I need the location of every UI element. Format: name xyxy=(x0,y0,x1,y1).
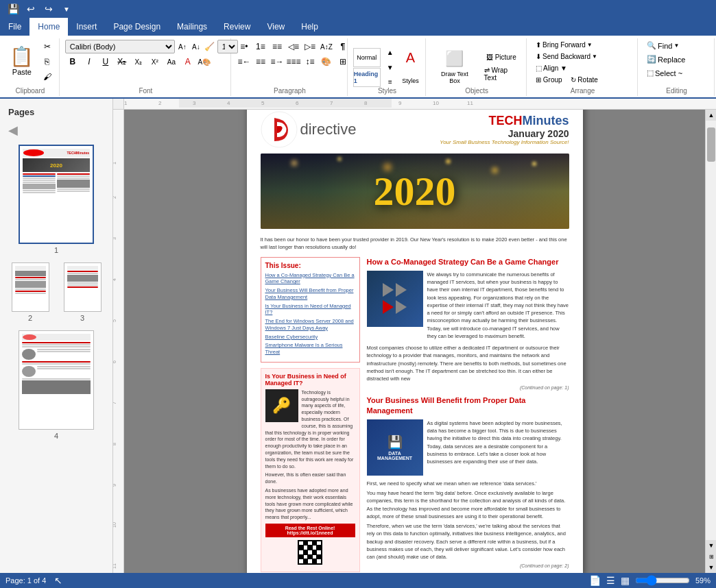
arrow-grey-3 xyxy=(396,300,407,314)
page-thumb-2[interactable]: 2 xyxy=(5,262,55,322)
collapse-pages-button[interactable]: ◀ xyxy=(3,123,110,140)
paragraph-group: ≡• 1≡ ≡≡ ◁≡ ▷≡ A↕Z ¶ ≡← ≡≡ ≡→ ≡≡≡ ↕≡ 🎨 ⊞… xyxy=(232,38,348,96)
replace-button[interactable]: 🔄 Replace xyxy=(643,53,689,65)
change-case-button[interactable]: Aa xyxy=(164,55,179,69)
font-size-decrease[interactable]: A↓ xyxy=(190,40,202,53)
cut-button[interactable]: ✂ xyxy=(40,40,55,53)
align-left-button[interactable]: ≡← xyxy=(237,55,252,69)
picture-button[interactable]: 🖼 Picture xyxy=(481,51,522,63)
align-label: Align ▼ xyxy=(543,64,567,72)
styles-scroll-up[interactable]: ▲ xyxy=(387,49,394,56)
bring-forward-arrow[interactable]: ▼ xyxy=(587,42,593,48)
justify-button[interactable]: ≡≡≡ xyxy=(286,55,301,69)
line-spacing-button[interactable]: ↕≡ xyxy=(302,55,318,69)
paste-button[interactable]: 📋 Paste xyxy=(5,40,38,81)
issue-item-2[interactable]: Your Business Will Benefit from Proper D… xyxy=(265,287,355,301)
redo-button[interactable]: ↪ xyxy=(41,1,56,16)
read-rest-button[interactable]: Read the Rest Online! https://dtt.io/1nn… xyxy=(265,524,355,537)
tab-help[interactable]: Help xyxy=(293,18,326,36)
send-backward-arrow[interactable]: ▼ xyxy=(592,53,597,60)
page-thumb-4[interactable]: 4 xyxy=(3,330,110,440)
draw-text-box-button[interactable]: ⬜ Draw Text Box xyxy=(431,47,477,88)
bullets-button[interactable]: ≡• xyxy=(237,40,252,53)
svg-text:9: 9 xyxy=(113,484,117,487)
view-list-button[interactable]: ☰ xyxy=(606,575,615,586)
save-button[interactable]: 💾 xyxy=(5,1,21,16)
undo-button[interactable]: ↩ xyxy=(23,1,38,16)
styles-button[interactable]: A Styles xyxy=(400,47,421,88)
issue-item-6[interactable]: Smartphone Malware Is a Serious Threat xyxy=(265,342,355,356)
font-size-increase[interactable]: A↑ xyxy=(176,40,189,53)
show-hide-button[interactable]: ¶ xyxy=(335,40,350,53)
scroll-up-button[interactable]: ▲ xyxy=(706,110,716,121)
styles-expand[interactable]: ≡ xyxy=(388,78,392,86)
scroll-thumb[interactable] xyxy=(707,127,715,162)
subscript-button[interactable]: X₂ xyxy=(131,55,146,69)
zoom-slider[interactable] xyxy=(635,575,690,586)
sort-button[interactable]: A↕Z xyxy=(319,40,334,53)
issue-item-1[interactable]: How a Co-Managed Strategy Can Be a Game … xyxy=(265,272,355,286)
issue-item-4[interactable]: The End for Windows Server 2008 and Wind… xyxy=(265,318,355,332)
style-heading1[interactable]: Heading 1 xyxy=(353,68,381,87)
scroll-extra-button[interactable]: ▼ xyxy=(706,562,716,573)
send-backward-icon: ⬇ xyxy=(536,53,541,60)
multilevel-list-button[interactable]: ≡≡ xyxy=(270,40,285,53)
svg-text:5: 5 xyxy=(113,319,117,322)
tab-mailings[interactable]: Mailings xyxy=(169,18,215,36)
strikethrough-button[interactable]: X₂ xyxy=(115,55,130,69)
tab-home[interactable]: Home xyxy=(29,18,68,36)
align-right-button[interactable]: ≡→ xyxy=(270,55,285,69)
style-normal[interactable]: Normal xyxy=(353,48,381,67)
issue-item-5[interactable]: Baseline Cybersecurity xyxy=(265,334,355,341)
page-thumb-1[interactable]: TECHMinutes 2020 xyxy=(3,145,110,254)
format-painter-button[interactable]: 🖌 xyxy=(40,70,55,84)
shading-button[interactable]: 🎨 xyxy=(319,55,334,69)
styles-more-button[interactable]: ▲ ▼ ≡ xyxy=(383,47,397,88)
tab-review[interactable]: Review xyxy=(215,18,259,36)
tab-view[interactable]: View xyxy=(259,18,293,36)
status-right: 📄 ☰ ▦ 59% xyxy=(589,575,711,586)
italic-button[interactable]: I xyxy=(82,55,97,69)
find-button[interactable]: 🔍 Find ▼ xyxy=(643,40,682,51)
bring-forward-button[interactable]: ⬆ Bring Forward ▼ xyxy=(532,40,596,50)
numbering-button[interactable]: 1≡ xyxy=(253,40,268,53)
customize-quick-access[interactable]: ▼ xyxy=(59,1,74,16)
tab-insert[interactable]: Insert xyxy=(68,18,105,36)
font-color-button[interactable]: A xyxy=(180,55,195,69)
clear-format-button[interactable]: 🧹 xyxy=(204,40,216,53)
group-button[interactable]: ⊞ Group xyxy=(532,75,566,85)
find-arrow[interactable]: ▼ xyxy=(673,42,679,49)
draw-text-box-icon: ⬜ xyxy=(445,50,464,68)
section2-block: 💾 DATAMANAGEMENT As digital systems have… xyxy=(367,419,569,476)
status-bar: Page: 1 of 4 ↖ 📄 ☰ ▦ 59% xyxy=(0,573,716,588)
highlight-button[interactable]: A🎨 xyxy=(197,55,212,69)
quick-access-toolbar: 💾 ↩ ↪ ▼ xyxy=(0,0,716,18)
view-normal-button[interactable]: 📄 xyxy=(589,575,601,586)
send-backward-button[interactable]: ⬇ Send Backward ▼ xyxy=(532,51,601,62)
svg-text:8: 8 xyxy=(364,100,368,106)
this-issue-box: This Issue: How a Co-Managed Strategy Ca… xyxy=(261,257,360,363)
scroll-down-button[interactable]: ▼ xyxy=(706,540,716,551)
font-family-select[interactable]: Calibri (Body) Arial Times New Roman xyxy=(65,40,175,53)
superscript-button[interactable]: X² xyxy=(147,55,163,69)
align-center-button[interactable]: ≡≡ xyxy=(253,55,268,69)
ribbon-tabs: File Home Insert Page Design Mailings Re… xyxy=(0,18,716,36)
tab-page-design[interactable]: Page Design xyxy=(105,18,169,36)
align-button[interactable]: ⬚ Align ▼ xyxy=(532,63,571,73)
decrease-indent-button[interactable]: ◁≡ xyxy=(286,40,301,53)
font-group: Calibri (Body) Arial Times New Roman A↑ … xyxy=(61,38,231,96)
styles-scroll-down[interactable]: ▼ xyxy=(387,64,394,71)
select-button[interactable]: ⬚ Select ~ xyxy=(643,67,686,79)
copy-button[interactable]: ⎘ xyxy=(40,55,55,69)
wrap-text-button[interactable]: ⇌ Wrap Text xyxy=(481,64,522,84)
tab-file[interactable]: File xyxy=(0,18,29,36)
increase-indent-button[interactable]: ▷≡ xyxy=(302,40,318,53)
rotate-button[interactable]: ↻ Rotate xyxy=(567,75,601,85)
issue-item-3[interactable]: Is Your Business in Need of Managed IT? xyxy=(265,303,355,317)
borders-button[interactable]: ⊞ xyxy=(335,55,350,69)
bold-button[interactable]: B xyxy=(65,55,80,69)
underline-button[interactable]: U xyxy=(98,55,113,69)
scroll-expand-button[interactable]: ⊞ xyxy=(706,551,716,562)
view-grid-button[interactable]: ▦ xyxy=(621,575,630,586)
page-thumb-3[interactable]: 3 xyxy=(58,262,107,322)
